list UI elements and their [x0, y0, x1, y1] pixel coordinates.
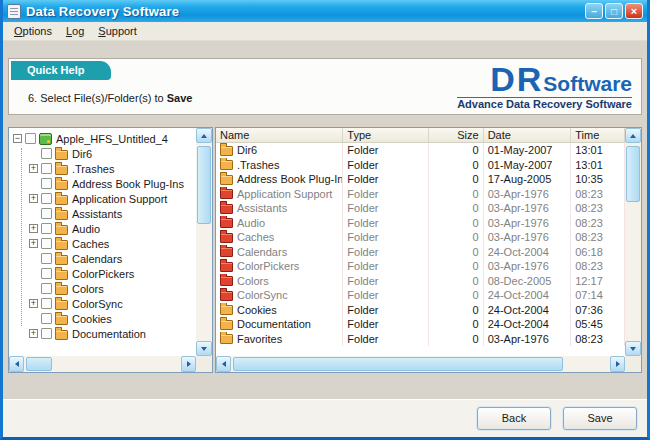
folder-icon	[55, 330, 68, 340]
minimize-button[interactable]: –	[585, 3, 603, 19]
file-name: Documentation	[237, 318, 311, 330]
checkbox[interactable]	[41, 193, 52, 204]
table-row[interactable]: .Trashes Folder 0 01-May-2007 13:01	[216, 158, 625, 173]
tree-item-colorsync[interactable]: + ColorSync	[13, 296, 196, 311]
scroll-down-arrow[interactable]	[196, 341, 212, 356]
folder-icon	[220, 175, 233, 185]
table-row[interactable]: Application Support Folder 0 03-Apr-1976…	[216, 187, 625, 202]
tree-item-caches[interactable]: + Caches	[13, 236, 196, 251]
expand-icon[interactable]: +	[29, 239, 38, 248]
column-header-date[interactable]: Date	[484, 128, 572, 142]
checkbox[interactable]	[41, 208, 52, 219]
expand-icon[interactable]: +	[29, 194, 38, 203]
file-time: 08:23	[571, 259, 625, 274]
checkbox[interactable]	[41, 253, 52, 264]
scroll-down-arrow[interactable]	[625, 341, 641, 356]
tree-item-documentation[interactable]: + Documentation	[13, 326, 196, 341]
scrollbar-corner	[625, 356, 641, 372]
checkbox[interactable]	[41, 268, 52, 279]
checkbox[interactable]	[41, 298, 52, 309]
scrollbar-thumb[interactable]	[26, 357, 52, 371]
table-row[interactable]: Cookies Folder 0 24-Oct-2004 07:36	[216, 303, 625, 318]
close-button[interactable]: ×	[625, 3, 643, 19]
table-horizontal-scrollbar[interactable]	[216, 356, 625, 372]
checkbox[interactable]	[41, 283, 52, 294]
folder-icon	[220, 262, 233, 272]
expand-icon[interactable]: +	[29, 329, 38, 338]
menu-item-log[interactable]: Log	[59, 23, 91, 39]
table-row[interactable]: Audio Folder 0 03-Apr-1976 08:23	[216, 216, 625, 231]
tree-vertical-scrollbar[interactable]	[196, 128, 212, 356]
menu-item-options[interactable]: Options	[7, 23, 59, 39]
expand-icon[interactable]: +	[29, 164, 38, 173]
table-row[interactable]: Documentation Folder 0 24-Oct-2004 05:45	[216, 317, 625, 332]
checkbox[interactable]	[41, 178, 52, 189]
tree-item-cookies[interactable]: Cookies	[13, 311, 196, 326]
file-name: ColorPickers	[237, 260, 299, 272]
scrollbar-thumb[interactable]	[233, 357, 563, 371]
scrollbar-thumb[interactable]	[197, 146, 211, 224]
checkbox[interactable]	[41, 313, 52, 324]
table-row[interactable]: Caches Folder 0 03-Apr-1976 08:23	[216, 230, 625, 245]
collapse-icon[interactable]: −	[13, 134, 22, 143]
file-name: Favorites	[237, 333, 282, 345]
file-type: Folder	[343, 245, 429, 260]
expand-icon[interactable]: +	[29, 224, 38, 233]
column-header-type[interactable]: Type	[343, 128, 429, 142]
column-header-name[interactable]: Name	[216, 128, 343, 142]
file-name: Cookies	[237, 304, 277, 316]
scroll-left-arrow[interactable]	[216, 356, 231, 372]
scrollbar-thumb[interactable]	[626, 146, 640, 202]
file-type: Folder	[343, 288, 429, 303]
file-name: Calendars	[237, 246, 287, 258]
table-row[interactable]: Dir6 Folder 0 01-May-2007 13:01	[216, 143, 625, 158]
scroll-right-arrow[interactable]	[181, 356, 196, 372]
checkbox[interactable]	[41, 328, 52, 339]
scroll-left-arrow[interactable]	[9, 356, 24, 372]
file-type: Folder	[343, 274, 429, 289]
maximize-button[interactable]: □	[605, 3, 623, 19]
file-table: Name Type Size Date Time Dir6 Folder 0 0…	[216, 128, 625, 356]
checkbox[interactable]	[41, 148, 52, 159]
back-button[interactable]: Back	[477, 407, 551, 430]
scroll-up-arrow[interactable]	[196, 128, 212, 143]
table-row[interactable]: Favorites Folder 0 03-Apr-1976 08:23	[216, 332, 625, 347]
file-date: 17-Aug-2005	[484, 172, 572, 187]
checkbox[interactable]	[25, 133, 36, 144]
scroll-right-arrow[interactable]	[610, 356, 625, 372]
table-row[interactable]: ColorPickers Folder 0 03-Apr-1976 08:23	[216, 259, 625, 274]
tree-root-item[interactable]: − Apple_HFS_Untitled_4	[13, 131, 196, 146]
tree-item-calendars[interactable]: Calendars	[13, 251, 196, 266]
tree-horizontal-scrollbar[interactable]	[9, 356, 196, 372]
menu-item-support[interactable]: Support	[91, 23, 144, 39]
expand-icon[interactable]: +	[29, 299, 38, 308]
tree-item-dir6[interactable]: Dir6	[13, 146, 196, 161]
table-vertical-scrollbar[interactable]	[625, 128, 641, 356]
table-row[interactable]: Colors Folder 0 08-Dec-2005 12:17	[216, 274, 625, 289]
checkbox[interactable]	[41, 163, 52, 174]
tree-item-application-support[interactable]: + Application Support	[13, 191, 196, 206]
table-row[interactable]: Calendars Folder 0 24-Oct-2004 06:18	[216, 245, 625, 260]
table-row[interactable]: Assistants Folder 0 03-Apr-1976 08:23	[216, 201, 625, 216]
button-bar: Back Save	[3, 399, 647, 437]
tree-item-audio[interactable]: + Audio	[13, 221, 196, 236]
tree-item-colors[interactable]: Colors	[13, 281, 196, 296]
folder-icon	[55, 225, 68, 235]
checkbox[interactable]	[41, 238, 52, 249]
scroll-up-arrow[interactable]	[625, 128, 641, 143]
file-name: Address Book Plug-Ins	[237, 173, 343, 185]
save-button[interactable]: Save	[563, 407, 637, 430]
tree-item-colorpickers[interactable]: ColorPickers	[13, 266, 196, 281]
logo-tagline: Advance Data Recovery Software	[457, 97, 632, 110]
file-time: 08:23	[571, 187, 625, 202]
folder-icon	[220, 233, 233, 243]
table-row[interactable]: ColorSync Folder 0 24-Oct-2004 07:14	[216, 288, 625, 303]
tree-item-assistants[interactable]: Assistants	[13, 206, 196, 221]
table-row[interactable]: Address Book Plug-Ins Folder 0 17-Aug-20…	[216, 172, 625, 187]
folder-icon	[220, 291, 233, 301]
tree-item-address-book-plug-ins[interactable]: Address Book Plug-Ins	[13, 176, 196, 191]
checkbox[interactable]	[41, 223, 52, 234]
column-header-time[interactable]: Time	[571, 128, 625, 142]
column-header-size[interactable]: Size	[429, 128, 484, 142]
tree-item--trashes[interactable]: + .Trashes	[13, 161, 196, 176]
